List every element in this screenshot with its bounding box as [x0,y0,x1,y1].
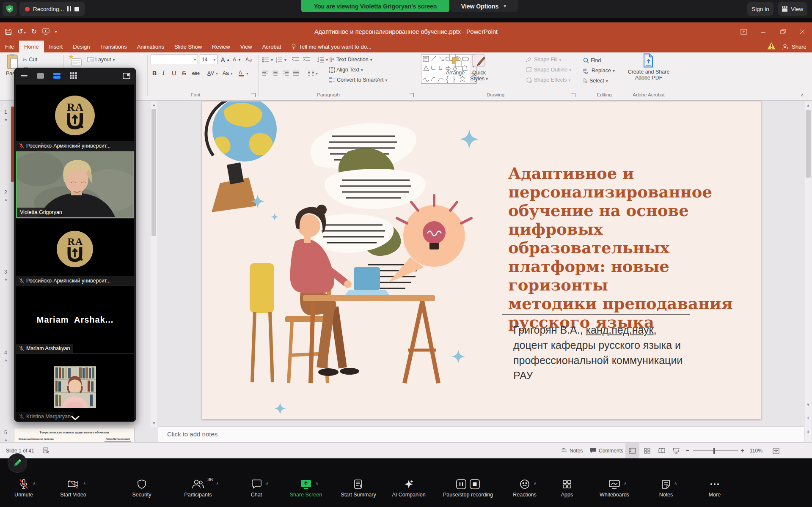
next-slide-button[interactable]: ⇟ [805,430,812,434]
select-button[interactable]: Select▾ [583,76,608,85]
numbering-button[interactable]: 123 ▾ [276,55,286,64]
collapse-ribbon-button[interactable]: ∧ [801,92,804,98]
shape-outline-button[interactable]: Shape Outline▾ [526,65,571,74]
align-right-button[interactable] [283,69,289,78]
new-slide-button[interactable] [66,53,84,68]
replace-button[interactable]: abac Replace▾ [583,66,615,75]
tab-file[interactable]: File [0,41,19,52]
minimize-panel-icon[interactable] [21,75,28,77]
thumbnail-number-3[interactable]: 3 [4,269,7,275]
fit-slide-to-window-button[interactable] [773,443,779,458]
view-options-dropdown[interactable]: View Options ▼ [450,0,518,12]
chevron-up-icon[interactable]: ∧ [83,481,86,485]
expand-panel-chevron[interactable] [70,415,80,420]
find-button[interactable]: Find [583,56,601,65]
slide-canvas[interactable]: Адаптивное и персонализированное обучени… [202,101,761,419]
thumbnail-number-2[interactable]: 2 [4,189,7,195]
font-color-button[interactable]: A ▾ [238,69,248,78]
tab-animations[interactable]: Animations [132,41,169,52]
character-spacing-button[interactable]: A̲V▾ [207,69,218,78]
chevron-up-icon[interactable]: ∧ [674,481,677,485]
layout-button[interactable]: Layout ▾ [87,55,115,64]
tab-acrobat[interactable]: Acrobat [257,41,286,52]
view-button[interactable]: View [778,2,807,16]
notes-toggle-button[interactable]: Notes [561,443,583,458]
zoom-out-button[interactable]: − [685,443,689,458]
scroll-down-icon[interactable]: ▼ [805,403,812,407]
shrink-font-button[interactable]: A▼ [233,55,241,64]
font-dialog-launcher[interactable] [251,93,256,97]
zoom-slider[interactable] [693,443,738,458]
create-pdf-button[interactable]: Create and ShareAdobe PDF [625,53,672,81]
cut-button[interactable]: ✂ Cut [23,55,37,64]
decrease-indent-button[interactable] [292,55,299,64]
tab-review[interactable]: Review [207,41,235,52]
participant-tile[interactable]: R A Российско-Армянский университ... [16,219,134,285]
security-button[interactable]: Security [116,479,167,498]
comments-toggle-button[interactable]: Comments [590,443,623,458]
notes-pane[interactable]: Click to add notes [158,426,804,442]
italic-button[interactable]: I [162,69,165,78]
chat-button[interactable]: ∧ Chat [231,479,282,498]
font-size-combo[interactable]: 14▾ [200,55,217,64]
align-text-button[interactable]: Align Text▾ [329,65,363,74]
line-spacing-button[interactable]: ▾ [317,55,328,64]
clear-formatting-button[interactable]: A [245,55,252,64]
whiteboards-button[interactable]: ∧ Whiteboards [589,479,640,498]
meeting-info-button[interactable] [3,2,17,16]
thumbnail-number-5[interactable]: 5 [4,430,7,436]
tab-view[interactable]: View [235,41,257,52]
convert-smartart-button[interactable]: Convert to SmartArt▾ [329,75,387,85]
underline-button[interactable]: U [172,69,176,78]
text-direction-button[interactable]: A Text Direction▾ [329,55,372,64]
participants-button[interactable]: 36 ∧ Participants [173,479,223,498]
chevron-up-icon[interactable]: ∧ [534,481,537,485]
increase-indent-button[interactable] [303,55,310,64]
font-name-combo[interactable]: ▾ [151,55,198,64]
chevron-up-icon[interactable]: ∧ [266,481,269,485]
arrange-button[interactable]: Arrange [443,53,467,76]
spell-check-icon[interactable] [43,443,50,458]
tab-insert[interactable]: Insert [44,41,68,52]
warning-icon[interactable] [767,41,776,50]
tab-slide-show[interactable]: Slide Show [169,41,207,52]
thumbnail-pane-scrollbar[interactable]: ▲ ▼ [151,101,157,427]
shape-fill-button[interactable]: Shape Fill▾ [526,55,562,64]
start-video-button[interactable]: ∧ Start Video [48,479,99,498]
ribbon-display-options-button[interactable] [734,22,754,41]
normal-view-button[interactable] [625,443,639,458]
ai-companion-button[interactable]: AI Companion [383,479,434,498]
change-case-button[interactable]: Aa▾ [223,69,233,78]
scroll-up-icon[interactable]: ▲ [151,103,157,107]
close-button[interactable] [793,22,812,41]
slide-author-block[interactable]: Григорян В.А., канд.пед.наук, доцент каф… [513,322,716,383]
apps-button[interactable]: Apps [542,479,592,498]
slide-area-scrollbar[interactable]: ▲ ▼ ⇞ ⇟ [805,101,812,442]
text-shadow-button[interactable]: abc [192,69,200,78]
minimize-button[interactable] [754,22,773,41]
chevron-up-icon[interactable]: ∧ [216,481,219,485]
start-summary-button[interactable]: Start Summary [333,479,384,498]
annotation-pencil-button[interactable] [8,453,27,473]
pause-recording-button[interactable] [67,6,71,11]
participant-tile[interactable]: R A Российско-Армянский университ... [16,85,134,151]
scroll-up-icon[interactable]: ▲ [805,103,812,107]
strikethrough-button[interactable]: S [182,69,186,78]
slide-title[interactable]: Адаптивное и персонализированное обучени… [508,164,754,332]
paragraph-dialog-launcher[interactable] [410,93,414,97]
stop-recording-button[interactable] [74,7,79,11]
more-button[interactable]: More [689,479,740,498]
notes-button[interactable]: ∧ Notes [641,479,691,498]
thumbnail-number-1[interactable]: 1 [4,109,7,115]
strip-view-icon[interactable] [53,73,61,79]
pause-stop-recording-button[interactable]: Pause/stop recording [443,479,493,498]
previous-slide-button[interactable]: ⇞ [805,416,812,420]
slide-show-view-button[interactable] [673,443,680,458]
participant-tile[interactable]: Mariam Arshak... Mariam Arshakyan [16,286,134,353]
participant-tile-active-speaker[interactable]: Violetta Grigoryan [16,151,134,218]
panel-layout-icon[interactable] [123,73,130,79]
grow-font-button[interactable]: A▲ [221,55,230,64]
gallery-view-icon[interactable] [70,72,77,79]
bullets-button[interactable]: ▾ [262,55,273,64]
tell-me-box[interactable]: Tell me what you want to do... [286,41,371,52]
